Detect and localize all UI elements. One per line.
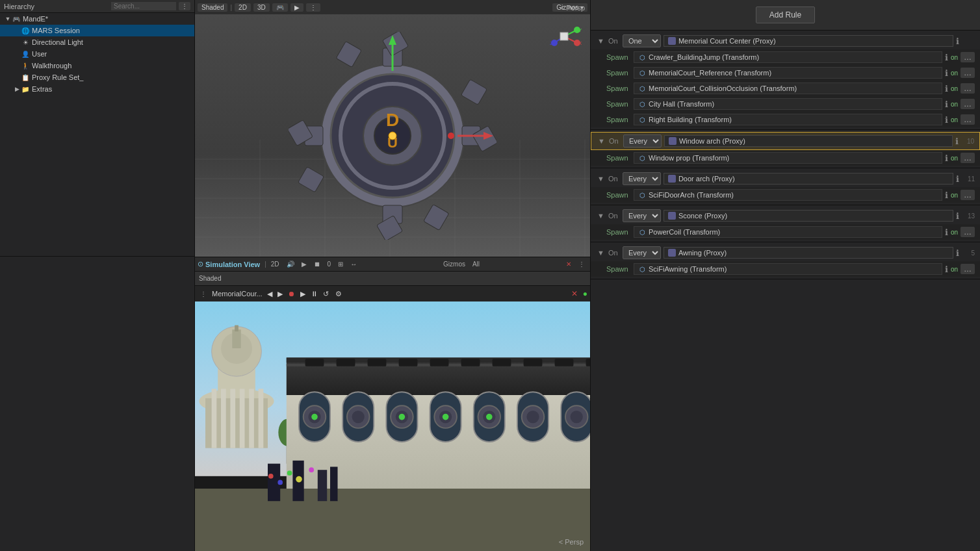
spawn-info-rule-11-0[interactable]: ℹ xyxy=(945,190,948,200)
spawn-info-rule-5-0[interactable]: ℹ xyxy=(945,264,948,274)
sim-view-title: Simulation View xyxy=(205,261,260,268)
transform-label-rule-1-0: Crawler_BuildingJump (Transform) xyxy=(649,53,759,61)
spawn-dots-rule-13-0[interactable]: … xyxy=(961,227,975,237)
hierarchy-item-extras[interactable]: ▶📁Extras xyxy=(0,83,194,95)
on-label-rule-13: On xyxy=(608,212,620,220)
svg-point-36 xyxy=(448,133,454,139)
spawn-info-rule-1-2[interactable]: ℹ xyxy=(945,84,948,94)
transform-icon-rule-13-0: ⬡ xyxy=(638,228,646,236)
sim-content[interactable]: ⋮ MemorialCour... ◀ ▶ ⏺ ▶ ⏸ ↺ ⚙ ✕ ● xyxy=(195,286,590,551)
info-btn-rule-11[interactable]: ℹ xyxy=(956,174,959,184)
spawn-dots-rule-11-0[interactable]: … xyxy=(961,190,975,200)
hierarchy-options-btn[interactable]: ⋮ xyxy=(179,2,190,10)
spawn-dots-rule-10-0[interactable]: … xyxy=(961,153,975,163)
sim-move-btn[interactable]: ↔ xyxy=(348,260,359,268)
svg-rect-78 xyxy=(586,359,590,366)
svg-rect-46 xyxy=(560,32,568,40)
sim-config-btn[interactable]: ⚙ xyxy=(333,289,344,299)
spawn-toggle-rule-10-0[interactable]: on xyxy=(951,155,958,162)
sim-options-btn[interactable]: ⋮ xyxy=(576,260,587,268)
spawn-dots-rule-1-2[interactable]: … xyxy=(961,83,975,94)
spawn-toggle-rule-5-0[interactable]: on xyxy=(951,266,958,273)
spawn-toggle-rule-11-0[interactable]: on xyxy=(951,192,958,199)
sim-all-btn[interactable]: All xyxy=(470,260,482,268)
sim-loop-btn[interactable]: ↺ xyxy=(321,289,331,299)
viewport-persp-label: < Persp xyxy=(560,4,585,12)
svg-point-104 xyxy=(571,411,583,423)
sim-counter-btn[interactable]: 0 xyxy=(325,260,334,268)
sim-stop-btn[interactable]: ⏹ xyxy=(311,260,323,268)
transform-label-rule-13-0: PowerCoil (Transform) xyxy=(649,228,720,236)
hierarchy-item-directional-light[interactable]: ☀Directional Light xyxy=(0,36,194,48)
rule-collapse-rule-5[interactable]: ▼ xyxy=(596,249,606,257)
rule-collapse-rule-11[interactable]: ▼ xyxy=(596,175,606,183)
sim-shaded-bar: Shaded xyxy=(195,272,590,286)
hierarchy-item-proxy-rule-set[interactable]: 📋Proxy Rule Set_ xyxy=(0,71,194,83)
sim-record-btn[interactable]: ⏺ xyxy=(286,289,297,298)
sim-close-btn[interactable]: ✕ xyxy=(571,289,578,298)
svg-point-97 xyxy=(443,414,449,420)
spawn-dots-rule-5-0[interactable]: … xyxy=(961,264,975,274)
proxy-label-rule-1: Memorial Court Center (Proxy) xyxy=(678,37,776,45)
sim-play-btn[interactable]: ▶ xyxy=(299,260,309,268)
sim-pause-btn[interactable]: ⏸ xyxy=(309,289,320,298)
sim-prev-btn[interactable]: ◀ xyxy=(265,289,274,299)
spawn-info-rule-1-0[interactable]: ℹ xyxy=(945,53,948,62)
svg-rect-59 xyxy=(232,329,240,348)
condition-select-rule-10[interactable]: Every One Every All xyxy=(623,135,662,147)
spawn-dots-rule-1-4[interactable]: … xyxy=(961,114,975,125)
info-btn-rule-10[interactable]: ℹ xyxy=(955,136,959,146)
spawn-info-rule-1-4[interactable]: ℹ xyxy=(945,115,948,125)
viewport-icon-btn[interactable]: 🎮 xyxy=(272,3,288,12)
sim-play-main-btn[interactable]: ▶ xyxy=(298,289,307,299)
condition-select-rule-13[interactable]: Every One Every All xyxy=(623,209,661,222)
spawn-info-rule-13-0[interactable]: ℹ xyxy=(945,227,948,237)
rule-collapse-rule-1[interactable]: ▼ xyxy=(596,37,606,45)
info-btn-rule-1[interactable]: ℹ xyxy=(956,36,959,46)
hierarchy-item-user[interactable]: 👤User xyxy=(0,48,194,60)
viewport-persp-btn[interactable]: 3D xyxy=(253,3,270,12)
rule-collapse-rule-10[interactable]: ▼ xyxy=(597,137,606,145)
sim-audio-btn[interactable]: 🔊 xyxy=(284,260,297,268)
spawn-info-rule-1-3[interactable]: ℹ xyxy=(945,99,948,109)
spawn-toggle-rule-1-4[interactable]: on xyxy=(951,116,958,123)
info-btn-rule-13[interactable]: ℹ xyxy=(956,211,959,221)
spawn-info-rule-1-1[interactable]: ℹ xyxy=(945,68,948,78)
hierarchy-search[interactable] xyxy=(111,2,176,10)
spawn-dots-rule-1-1[interactable]: … xyxy=(961,68,975,78)
viewport-options-btn[interactable]: ⋮ xyxy=(306,3,320,12)
svg-point-109 xyxy=(277,480,283,485)
spawn-row-rule-11-0: Spawn ⬡ SciFiDoorArch (Transform) ℹ on … xyxy=(591,187,980,203)
svg-rect-17 xyxy=(461,79,487,105)
condition-select-rule-5[interactable]: Every One Every All xyxy=(623,246,661,259)
spawn-toggle-rule-13-0[interactable]: on xyxy=(951,229,958,236)
transform-label-rule-1-2: MemorialCourt_CollisionOcclusion (Transf… xyxy=(649,84,797,92)
spawn-info-rule-10-0[interactable]: ℹ xyxy=(945,153,948,163)
condition-select-rule-11[interactable]: Every One Every All xyxy=(623,172,661,185)
shaded-mode-btn[interactable]: Shaded xyxy=(198,3,227,12)
sim-inner-options[interactable]: ⋮ xyxy=(198,290,209,298)
spawn-toggle-rule-1-1[interactable]: on xyxy=(951,70,958,77)
viewport-2d-btn[interactable]: 2D xyxy=(235,3,251,12)
spawn-toggle-rule-1-2[interactable]: on xyxy=(951,85,958,92)
viewport-3d[interactable]: D U Shaded | 2D 3D 🎮 ▶ ⋮ xyxy=(195,0,590,257)
sim-gizmos-btn[interactable]: Gizmos xyxy=(441,260,468,268)
viewport-play-btn[interactable]: ▶ xyxy=(290,3,303,12)
sim-2d-btn[interactable]: 2D xyxy=(268,260,282,268)
svg-point-94 xyxy=(399,414,406,420)
sim-next-btn[interactable]: ▶ xyxy=(276,289,285,299)
hierarchy-item-mars-session[interactable]: 🌐MARS Session xyxy=(0,25,194,36)
rule-header-rule-13: ▼ On Every One Every All Sconce (Proxy) … xyxy=(591,207,980,224)
spawn-dots-rule-1-0[interactable]: … xyxy=(961,52,975,62)
spawn-dots-rule-1-3[interactable]: … xyxy=(961,99,975,109)
sim-grid-btn[interactable]: ⊞ xyxy=(335,260,346,268)
spawn-toggle-rule-1-3[interactable]: on xyxy=(951,101,958,108)
spawn-toggle-rule-1-0[interactable]: on xyxy=(951,54,958,61)
rule-collapse-rule-13[interactable]: ▼ xyxy=(596,212,606,220)
condition-select-rule-1[interactable]: One One Every All xyxy=(623,34,661,47)
hierarchy-item-walkthrough[interactable]: 🚶Walkthrough xyxy=(0,60,194,71)
info-btn-rule-5[interactable]: ℹ xyxy=(956,248,959,258)
hierarchy-item-mande[interactable]: ▼🎮MandE* xyxy=(0,13,194,25)
add-rule-button[interactable]: Add Rule xyxy=(756,6,815,23)
sim-x-btn[interactable]: ✕ xyxy=(563,260,574,268)
